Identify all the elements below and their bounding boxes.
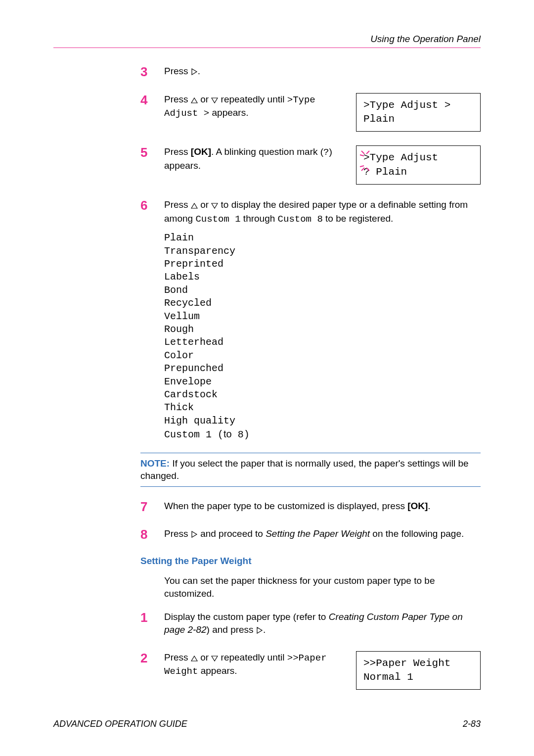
cross-ref: Setting the Paper Weight [266, 528, 370, 539]
step-3: 3 Press . [140, 65, 481, 79]
text: or [198, 199, 211, 210]
list-item: Custom 1 (to 8) [164, 427, 481, 441]
svg-marker-11 [192, 531, 197, 537]
text: Press [164, 199, 191, 210]
svg-marker-13 [191, 656, 197, 661]
footer: ADVANCED OPERATION GUIDE 2-83 [53, 719, 481, 729]
text: to be registered. [323, 213, 394, 224]
step-body: Press [OK]. A blinking question mark (?)… [164, 145, 481, 185]
lcd-line: Normal 1 [363, 670, 473, 684]
list-item: Cardstock [164, 388, 481, 401]
text: Press [164, 66, 191, 76]
step-c1: 1 Display the custom paper type (refer t… [140, 611, 481, 637]
subheading: Setting the Paper Weight [140, 556, 481, 567]
lcd-display: >>Paper Weight Normal 1 [356, 651, 481, 690]
step-body: Press or to display the desired paper ty… [164, 198, 481, 226]
step-number: 3 [140, 65, 164, 79]
step-text: Press or repeatedly until >Type Adjust >… [164, 93, 344, 120]
text: Display the custom paper type (refer to [164, 612, 329, 622]
text: Press [164, 652, 191, 662]
list-item: Labels [164, 271, 481, 284]
step-number: 1 [140, 611, 164, 625]
step-body: Press or repeatedly until >Type Adjust >… [164, 93, 481, 132]
text: or [198, 94, 211, 104]
content-area: 3 Press . 4 Press or repeatedly until >T… [140, 65, 481, 690]
lcd-display-blinking: >Type Adjust ? Plain [356, 145, 481, 185]
list-item: Rough [164, 323, 481, 336]
svg-line-5 [361, 168, 364, 171]
svg-marker-14 [212, 656, 218, 661]
step-6: 6 Press or to display the desired paper … [140, 198, 481, 226]
step-body: Press . [164, 65, 481, 79]
step-body: Press and proceed to Setting the Paper W… [164, 527, 481, 541]
lcd-line: >Type Adjust [363, 151, 473, 165]
lcd-line: Plain [363, 112, 473, 126]
lcd-line: >>Paper Weight [363, 657, 473, 670]
text: Press [164, 528, 191, 539]
code: ? [323, 147, 329, 158]
right-triangle-icon [256, 624, 263, 637]
step-number: 8 [140, 527, 164, 542]
lcd-line: ? Plain [363, 165, 473, 179]
text: to [223, 428, 232, 439]
svg-line-3 [361, 151, 364, 154]
step-body: Press or repeatedly until >>Paper Weight… [164, 651, 481, 690]
running-header: Using the Operation Panel [53, 34, 481, 45]
step-number: 5 [140, 145, 164, 160]
up-triangle-icon [191, 94, 198, 107]
step-number: 7 [140, 500, 164, 514]
text: . [428, 501, 430, 511]
lcd-line: >Type Adjust > [363, 98, 473, 112]
list-item: Color [164, 349, 481, 362]
list-item: Recycled [164, 297, 481, 310]
text: on the following page. [370, 528, 464, 539]
ok-key: [OK] [407, 501, 428, 511]
step-number: 2 [140, 651, 164, 665]
note-body: NOTE: If you select the paper that is no… [140, 453, 481, 486]
svg-line-6 [360, 166, 364, 167]
list-item: Transparency [164, 245, 481, 258]
code: Custom 8 [278, 214, 323, 225]
step-8: 8 Press and proceed to Setting the Paper… [140, 527, 481, 542]
text: Press [164, 94, 191, 104]
list-item: Plain [164, 232, 481, 244]
footer-left: ADVANCED OPERATION GUIDE [53, 719, 187, 729]
svg-marker-9 [191, 203, 197, 208]
text: Press [164, 146, 191, 157]
note-block: NOTE: If you select the paper that is no… [140, 453, 481, 487]
svg-marker-2 [212, 98, 218, 103]
paper-type-list: Plain Transparency Preprinted Labels Bon… [164, 232, 481, 441]
note-rule-bottom [140, 486, 481, 487]
right-triangle-icon [191, 528, 198, 541]
svg-line-4 [360, 155, 364, 156]
svg-marker-1 [191, 98, 197, 103]
code: Custom 1 ( [164, 429, 223, 440]
text: . A blinking question mark ( [211, 146, 323, 157]
text: repeatedly until [218, 652, 287, 662]
sub-text: You can set the paper thickness for your… [164, 574, 481, 600]
up-triangle-icon [191, 199, 198, 212]
page-number: 2-83 [463, 719, 481, 729]
step-5: 5 Press [OK]. A blinking question mark (… [140, 145, 481, 185]
text: When the paper type to be customized is … [164, 501, 407, 511]
text: . [198, 66, 200, 76]
text: or [198, 652, 211, 662]
text: ) and press [207, 624, 256, 635]
blink-marks-icon [360, 149, 372, 172]
step-body: Display the custom paper type (refer to … [164, 611, 481, 637]
note-text: If you select the paper that is normally… [140, 458, 469, 481]
step-c2: 2 Press or repeatedly until >>Paper Weig… [140, 651, 481, 690]
step-number: 6 [140, 198, 164, 213]
text: appears. [209, 107, 248, 118]
up-triangle-icon [191, 652, 198, 665]
text: repeatedly until [218, 94, 287, 104]
down-triangle-icon [211, 199, 218, 212]
ok-key: [OK] [191, 146, 211, 157]
step-number: 4 [140, 93, 164, 107]
list-item: High quality [164, 415, 481, 427]
list-item: Prepunched [164, 362, 481, 375]
note-label: NOTE: [140, 458, 170, 469]
svg-marker-10 [212, 203, 218, 208]
list-item: Envelope [164, 376, 481, 388]
text: through [241, 213, 278, 224]
